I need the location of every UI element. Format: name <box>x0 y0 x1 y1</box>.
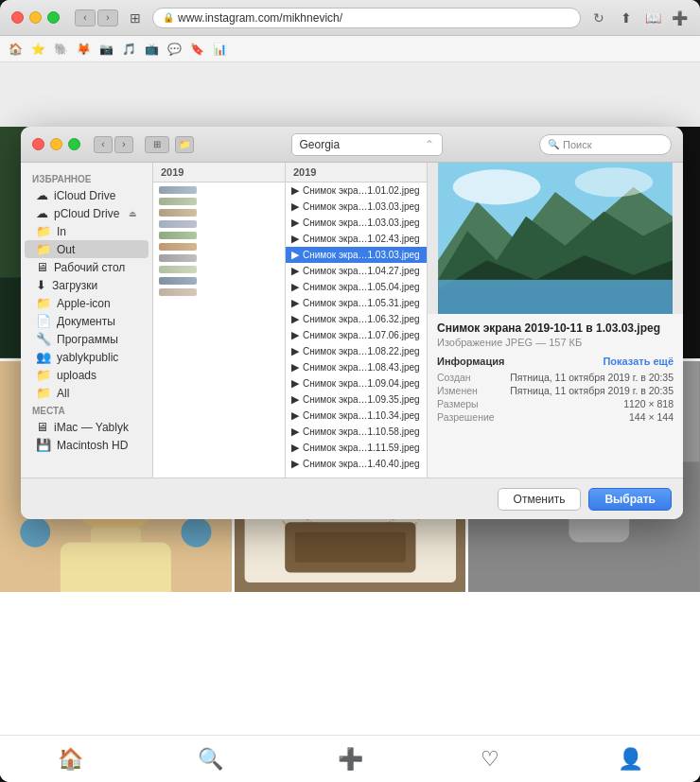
imac-icon: 🖥 <box>36 420 48 434</box>
out-label: Out <box>57 243 75 256</box>
file-icon-16: ▶ <box>291 442 299 454</box>
sidebar-item-imac[interactable]: 🖥 iMac — Yablyk <box>25 418 149 436</box>
minimize-button[interactable] <box>29 11 42 24</box>
file-item-13[interactable]: ▶ Снимок экра…1.09.35.jpeg <box>286 391 427 408</box>
all-icon: 📁 <box>36 386 51 400</box>
file-item-10[interactable]: ▶ Снимок экра…1.08.22.jpeg <box>286 343 427 359</box>
finder-sidebar: Избранное ☁ iCloud Drive ☁ pCloud Drive … <box>21 163 153 478</box>
toolbar-item-8[interactable]: 📊 <box>210 40 229 59</box>
new-tab-icon[interactable]: ➕ <box>670 9 689 27</box>
insta-heart-button[interactable]: ♡ <box>471 740 509 778</box>
share-icon[interactable]: ⬆ <box>617 9 636 27</box>
preview-info: Снимок экрана 2019-10-11 в 1.03.03.jpeg … <box>428 314 683 478</box>
sidebar-item-pcloud-drive[interactable]: ☁ pCloud Drive ⏏ <box>25 204 149 222</box>
sidebar-item-icloud-drive[interactable]: ☁ iCloud Drive <box>25 186 149 204</box>
created-value: Пятница, 11 октября 2019 г. в 20:35 <box>489 372 674 383</box>
close-button[interactable] <box>11 11 24 24</box>
choose-button[interactable]: Выбрать <box>588 488 672 511</box>
file-item-7[interactable]: ▶ Снимок экра…1.05.31.jpeg <box>286 295 427 311</box>
finder-back-button[interactable]: ‹ <box>94 136 113 153</box>
thumb-3 <box>159 209 197 217</box>
file-icon-1: ▶ <box>291 200 299 213</box>
toolbar-item-3[interactable]: 📷 <box>96 40 115 59</box>
tab-icon[interactable]: ⊞ <box>126 9 145 27</box>
finder-close-button[interactable] <box>32 138 44 150</box>
file-item-1[interactable]: ▶ Снимок экра…1.03.03.jpeg <box>286 199 427 215</box>
file-item-11[interactable]: ▶ Снимок экра…1.08.43.jpeg <box>286 359 427 375</box>
eject-icon: ⏏ <box>129 209 137 218</box>
svg-point-21 <box>181 517 211 547</box>
browser-toolbar2: 🏠 ⭐ 🐘 🦊 📷 🎵 📺 💬 🔖 📊 <box>0 36 700 62</box>
file-item-17[interactable]: ▶ Снимок экра…1.40.40.jpeg <box>286 456 427 472</box>
location-bar[interactable]: Georgia ⌃ <box>291 133 443 156</box>
file-item-9[interactable]: ▶ Снимок экра…1.07.06.jpeg <box>286 327 427 343</box>
toolbar-item-1[interactable]: 🐘 <box>51 40 70 59</box>
insta-add-button[interactable]: ➕ <box>331 740 369 778</box>
file-item-0[interactable]: ▶ Снимок экра…1.01.02.jpeg <box>286 182 427 199</box>
file-item-12[interactable]: ▶ Снимок экра…1.09.04.jpeg <box>286 375 427 391</box>
file-icon-14: ▶ <box>291 409 299 422</box>
refresh-button[interactable]: ↻ <box>588 8 609 28</box>
sidebar-item-programs[interactable]: 🔧 Программы <box>25 330 149 348</box>
file-item-6[interactable]: ▶ Снимок экра…1.05.04.jpeg <box>286 279 427 295</box>
toolbar-item-4[interactable]: 🎵 <box>119 40 138 59</box>
file-item-3[interactable]: ▶ Снимок экра…1.02.43.jpeg <box>286 231 427 247</box>
search-placeholder: Поиск <box>563 139 591 150</box>
insta-profile-button[interactable]: 👤 <box>611 740 649 778</box>
finder-minimize-button[interactable] <box>50 138 62 150</box>
browser-content: ИМТ 27,3 | Избыточный вес SPICEROTE <box>0 62 700 782</box>
sidebar-item-yablykpublic[interactable]: 👥 yablykpublic <box>25 348 149 366</box>
traffic-lights <box>11 11 60 24</box>
file-item-2[interactable]: ▶ Снимок экра…1.03.03.jpeg <box>286 215 427 231</box>
finder-folder-icon[interactable]: 📁 <box>175 136 194 153</box>
svg-point-20 <box>20 517 50 547</box>
bookmark-icon[interactable]: 📖 <box>643 9 662 27</box>
pcloud-drive-label: pCloud Drive <box>54 207 119 220</box>
cancel-button[interactable]: Отменить <box>498 488 582 511</box>
info-header-text: Информация <box>437 356 504 367</box>
favorites-label: Избранное <box>21 170 152 186</box>
sidebar-item-uploads[interactable]: 📁 uploads <box>25 366 149 384</box>
sidebar-item-desktop[interactable]: 🖥 Рабочий стол <box>25 258 149 276</box>
sidebar-item-out[interactable]: 📁 Out <box>25 240 149 258</box>
toolbar-item-7[interactable]: 🔖 <box>187 40 206 59</box>
file-item-4[interactable]: ▶ Снимок экра…1.03.03.jpeg <box>286 247 427 263</box>
bookmark-bar-icon[interactable]: ⭐ <box>28 40 47 59</box>
sidebar-item-documents[interactable]: 📄 Документы <box>25 312 149 330</box>
file-item-8[interactable]: ▶ Снимок экра…1.06.32.jpeg <box>286 311 427 327</box>
file-item-14[interactable]: ▶ Снимок экра…1.10.34.jpeg <box>286 408 427 424</box>
finder-view-icon[interactable]: ⊞ <box>145 136 169 153</box>
pcloud-drive-icon: ☁ <box>36 206 48 220</box>
finder-titlebar: ‹ › ⊞ 📁 Georgia ⌃ 🔍 Поиск <box>21 127 683 163</box>
modified-value: Пятница, 11 октября 2019 г. в 20:35 <box>489 385 674 396</box>
file-item-5[interactable]: ▶ Снимок экра…1.04.27.jpeg <box>286 263 427 279</box>
insta-home-button[interactable]: 🏠 <box>51 740 89 778</box>
toolbar-item-5[interactable]: 📺 <box>142 40 161 59</box>
svg-rect-19 <box>61 542 171 592</box>
sidebar-item-apple-icon[interactable]: 📁 Apple-icon <box>25 294 149 312</box>
sidebar-item-downloads[interactable]: ⬇ Загрузки <box>25 276 149 294</box>
url-bar[interactable]: 🔒 www.instagram.com/mikhnevich/ <box>152 8 581 28</box>
file-icon-9: ▶ <box>291 329 299 341</box>
fullscreen-button[interactable] <box>47 11 60 24</box>
sidebar-item-in[interactable]: 📁 In <box>25 222 149 240</box>
programs-icon: 🔧 <box>36 332 51 346</box>
finder-fullscreen-button[interactable] <box>68 138 80 150</box>
finder-forward-button[interactable]: › <box>114 136 133 153</box>
file-item-15[interactable]: ▶ Снимок экра…1.10.58.jpeg <box>286 424 427 440</box>
toolbar-item-6[interactable]: 💬 <box>165 40 184 59</box>
info-section-header: Информация Показать ещё <box>437 356 674 367</box>
sidebar-item-all[interactable]: 📁 All <box>25 384 149 402</box>
home-icon[interactable]: 🏠 <box>6 40 25 59</box>
search-bar[interactable]: 🔍 Поиск <box>539 134 672 155</box>
sidebar-item-macintosh[interactable]: 💾 Macintosh HD <box>25 436 149 454</box>
file-item-16[interactable]: ▶ Снимок экра…1.11.59.jpeg <box>286 440 427 456</box>
forward-button[interactable]: › <box>97 9 118 26</box>
show-more-button[interactable]: Показать ещё <box>603 356 674 367</box>
finder-dialog: ‹ › ⊞ 📁 Georgia ⌃ 🔍 Поиск <box>21 127 683 519</box>
documents-icon: 📄 <box>36 314 51 328</box>
toolbar-item-2[interactable]: 🦊 <box>74 40 93 59</box>
insta-search-button[interactable]: 🔍 <box>191 740 229 778</box>
svg-rect-48 <box>438 289 673 314</box>
back-button[interactable]: ‹ <box>75 9 96 26</box>
